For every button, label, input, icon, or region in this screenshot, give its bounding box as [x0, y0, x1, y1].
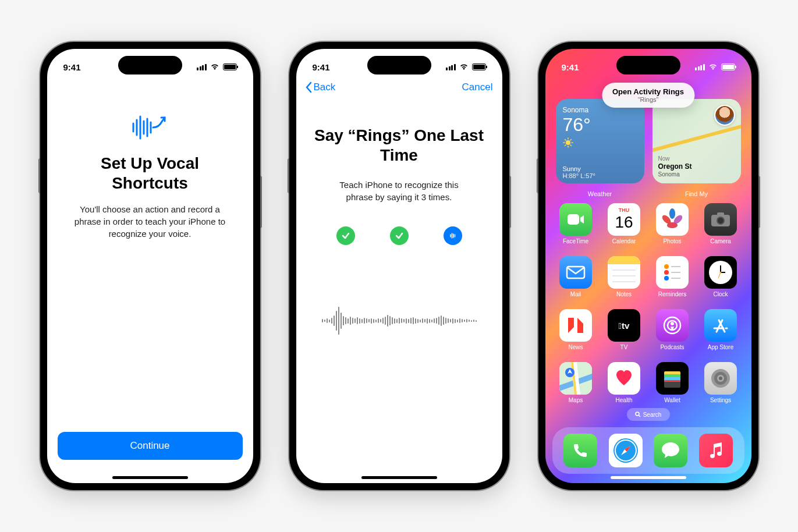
app-notes[interactable]: Notes: [604, 256, 644, 297]
weather-label: Weather: [556, 190, 644, 197]
cellular-icon: [197, 64, 207, 70]
weather-widget[interactable]: Sonoma 76° Sunny H:88° L:57°: [556, 99, 644, 183]
cellular-icon: [446, 64, 456, 70]
app-label: Podcasts: [660, 344, 684, 350]
weather-condition: Sunny: [563, 165, 637, 172]
cancel-button[interactable]: Cancel: [462, 81, 493, 93]
app-mail[interactable]: Mail: [556, 256, 596, 297]
appstore-icon: [704, 309, 737, 342]
app-label: Wallet: [664, 397, 680, 403]
back-button[interactable]: Back: [306, 81, 336, 93]
svg-point-38: [664, 264, 669, 269]
setup-title: Set Up Vocal Shortcuts: [65, 154, 236, 193]
svg-line-15: [565, 140, 566, 141]
app-facetime[interactable]: FaceTime: [556, 203, 596, 244]
clock-icon: [704, 256, 737, 289]
app-podcasts[interactable]: Podcasts: [652, 309, 693, 350]
app-phone[interactable]: [563, 434, 597, 467]
app-camera[interactable]: Camera: [701, 203, 741, 244]
siri-notification[interactable]: Open Activity Rings “Rings”: [602, 83, 694, 108]
app-appstore[interactable]: App Store: [701, 309, 741, 350]
progress-dots: [314, 226, 485, 245]
app-reminders[interactable]: Reminders: [652, 256, 693, 297]
svg-line-16: [570, 145, 572, 146]
home-indicator[interactable]: [112, 476, 188, 479]
settings-icon: [704, 362, 737, 395]
findmy-label: Find My: [652, 190, 741, 197]
record-content: Say “Rings” One Last Time Teach iPhone t…: [296, 97, 502, 338]
app-wallet[interactable]: Wallet: [652, 362, 693, 403]
record-description: Teach iPhone to recognize this phrase by…: [314, 179, 485, 203]
battery-icon: [223, 63, 237, 70]
app-label: Health: [616, 397, 633, 403]
wallet-icon: [656, 362, 689, 395]
record-title: Say “Rings” One Last Time: [314, 126, 485, 165]
phone-record: 9:41 Back Cancel Say “Rings” One Last Ti…: [289, 42, 509, 490]
svg-point-24: [669, 208, 675, 219]
screen-record: 9:41 Back Cancel Say “Rings” One Last Ti…: [296, 49, 502, 483]
dock: [552, 427, 744, 474]
search-icon: [635, 412, 641, 417]
svg-point-51: [671, 322, 674, 325]
widget-labels: Weather Find My: [556, 190, 741, 197]
phone-home: 9:41 Open Activity Rings “Rings” Sonoma …: [538, 42, 758, 490]
app-messages[interactable]: [654, 434, 687, 467]
app-label: Reminders: [658, 291, 686, 297]
weather-hilo: H:88° L:57°: [563, 172, 637, 179]
weather-temp: 76°: [563, 115, 637, 134]
svg-line-67: [639, 416, 640, 417]
app-label: Maps: [569, 397, 583, 403]
battery-icon: [721, 63, 735, 70]
app-tv[interactable]: tvTV: [604, 309, 644, 350]
status-time: 9:41: [313, 62, 330, 72]
setup-content: Set Up Vocal Shortcuts You'll choose an …: [47, 78, 253, 483]
app-news[interactable]: News: [556, 309, 596, 350]
svg-rect-29: [717, 212, 724, 216]
status-indicators: [197, 63, 237, 70]
app-clock[interactable]: Clock: [701, 256, 741, 297]
home-indicator[interactable]: [361, 476, 437, 479]
wifi-icon: [708, 63, 718, 70]
app-label: Calendar: [612, 238, 636, 244]
svg-rect-33: [608, 256, 640, 264]
app-label: Settings: [710, 397, 731, 403]
app-maps[interactable]: Maps: [556, 362, 596, 403]
wifi-icon: [459, 63, 469, 70]
findmy-widget[interactable]: Now Oregon St Sonoma: [652, 99, 741, 183]
app-safari[interactable]: [609, 434, 643, 467]
nav-bar: Back Cancel: [296, 78, 502, 97]
wifi-icon: [210, 63, 219, 70]
maps-icon: [559, 362, 592, 395]
home-body: Sonoma 76° Sunny H:88° L:57° Now Oregon …: [545, 78, 751, 483]
continue-button[interactable]: Continue: [58, 432, 243, 460]
findmy-info: Now Oregon St Sonoma: [658, 155, 692, 178]
reminders-icon: [656, 256, 689, 289]
avatar-icon: [714, 105, 735, 126]
mail-icon: [559, 256, 592, 289]
svg-point-31: [718, 218, 723, 224]
app-photos[interactable]: Photos: [652, 203, 693, 244]
app-music[interactable]: [699, 434, 733, 467]
app-health[interactable]: Health: [604, 362, 644, 403]
photos-icon: [656, 203, 689, 236]
status-time: 9:41: [63, 62, 81, 72]
svg-point-48: [720, 272, 722, 274]
svg-point-39: [664, 270, 669, 275]
app-label: News: [568, 344, 583, 350]
app-label: Notes: [616, 291, 632, 297]
app-label: App Store: [708, 344, 733, 350]
check-icon: [336, 226, 355, 245]
back-label: Back: [314, 81, 336, 93]
sun-icon: [563, 137, 573, 148]
app-calendar[interactable]: THU16Calendar: [604, 203, 644, 244]
dynamic-island: [118, 56, 182, 75]
app-settings[interactable]: Settings: [701, 362, 741, 403]
phone-setup: 9:41 Set Up Vocal Shortcuts You'll choos…: [40, 42, 260, 490]
status-indicators: [695, 63, 735, 70]
search-button[interactable]: Search: [627, 408, 670, 421]
facetime-icon: [559, 203, 592, 236]
home-indicator[interactable]: [611, 476, 686, 479]
app-label: Mail: [570, 291, 581, 297]
battery-icon: [472, 63, 486, 70]
app-grid: FaceTime THU16Calendar Photos Camera Mai…: [556, 203, 741, 403]
